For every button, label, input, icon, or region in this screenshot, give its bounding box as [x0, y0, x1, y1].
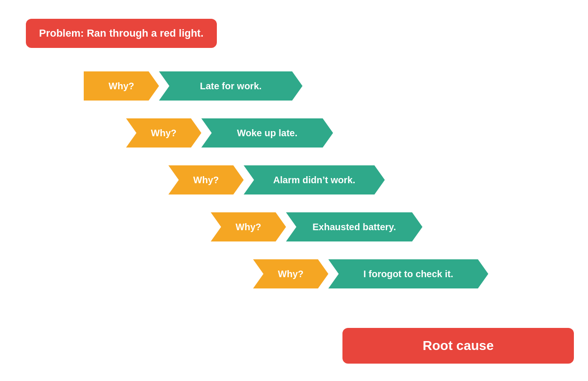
answer-label-1: Late for work.	[200, 81, 262, 92]
why-chevron-1: Why?	[84, 71, 159, 101]
why-label-3: Why?	[193, 175, 219, 186]
diagram-container: Problem: Ran through a red light. Why? L…	[0, 0, 588, 381]
why-label-4: Why?	[236, 222, 261, 233]
why-row-3: Why? Alarm didn’t work.	[168, 165, 385, 194]
answer-chevron-5: I forogot to check it.	[328, 259, 488, 288]
answer-chevron-4: Exhausted battery.	[286, 212, 422, 241]
root-cause-label: Root cause	[423, 338, 494, 353]
why-label-1: Why?	[109, 81, 134, 92]
why-label-5: Why?	[278, 269, 303, 280]
why-row-5: Why? I forogot to check it.	[253, 259, 488, 288]
answer-label-4: Exhausted battery.	[312, 222, 396, 233]
answer-label-3: Alarm didn’t work.	[273, 175, 355, 186]
why-row-4: Why? Exhausted battery.	[211, 212, 422, 241]
why-chevron-5: Why?	[253, 259, 328, 288]
answer-label-5: I forogot to check it.	[363, 269, 453, 280]
why-label-2: Why?	[151, 128, 176, 139]
why-chevron-4: Why?	[211, 212, 286, 241]
why-row-1: Why? Late for work.	[84, 71, 302, 101]
problem-label: Problem: Ran through a red light.	[39, 27, 204, 39]
answer-chevron-3: Alarm didn’t work.	[244, 165, 385, 194]
root-cause-box: Root cause	[342, 328, 574, 364]
why-row-2: Why? Woke up late.	[126, 118, 333, 148]
why-chevron-2: Why?	[126, 118, 201, 148]
problem-box: Problem: Ran through a red light.	[26, 19, 217, 48]
answer-chevron-1: Late for work.	[159, 71, 302, 101]
why-chevron-3: Why?	[168, 165, 244, 194]
answer-label-2: Woke up late.	[237, 128, 298, 139]
answer-chevron-2: Woke up late.	[201, 118, 333, 148]
